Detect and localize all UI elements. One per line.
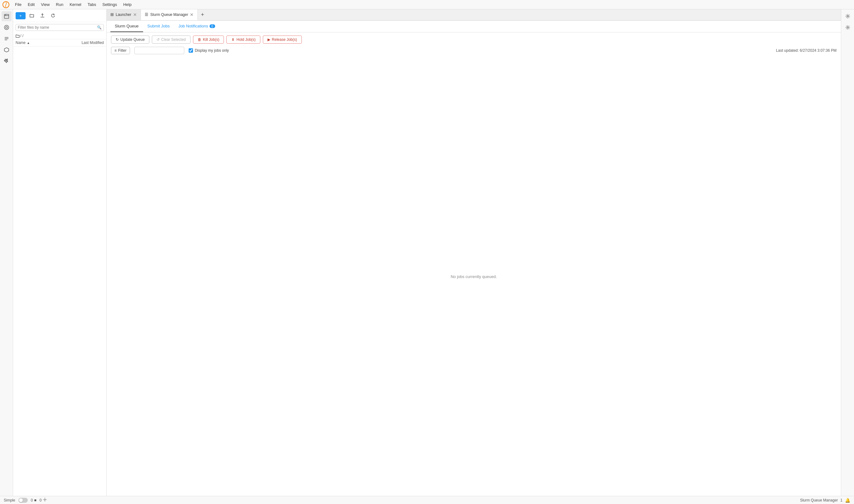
inner-tab-slurm-queue[interactable]: Slurm Queue: [110, 21, 143, 32]
sidebar-item-puzzle[interactable]: [2, 56, 12, 66]
tabs-area: ⊞ Launcher ✕ ☰ Slurm Queue Manager ✕ + S…: [107, 10, 841, 496]
filter-button[interactable]: ≡ Filter: [111, 47, 130, 54]
launcher-tab-close[interactable]: ✕: [133, 13, 137, 17]
search-input[interactable]: [18, 25, 97, 30]
svg-point-8: [847, 16, 848, 17]
filter-label: Filter: [118, 48, 127, 53]
launcher-tab-label: Launcher: [116, 13, 131, 17]
svg-point-3: [6, 26, 7, 29]
tab-bar: ⊞ Launcher ✕ ☰ Slurm Queue Manager ✕ +: [107, 10, 841, 21]
slurm-tab-icon: ☰: [145, 12, 148, 17]
file-list: [13, 47, 106, 496]
release-icon: ▶: [268, 37, 270, 42]
clear-selected-label: Clear Selected: [161, 37, 186, 42]
plus-icon: +: [19, 13, 22, 18]
launcher-tab-icon: ⊞: [110, 12, 114, 17]
kernel-info-2: 0: [40, 498, 48, 503]
display-my-jobs-checkbox[interactable]: [189, 48, 193, 53]
inner-tab-submit-jobs[interactable]: Submit Jobs: [143, 21, 174, 32]
release-jobs-label: Release Job(s): [272, 37, 297, 42]
menu-settings[interactable]: Settings: [100, 2, 120, 7]
inner-tab-job-notifications[interactable]: Job Notifications 0: [174, 21, 219, 32]
right-panel: [841, 10, 854, 496]
bell-icon[interactable]: 🔔: [845, 498, 850, 503]
kernel-icon-1: ■: [34, 498, 36, 502]
hold-icon: ⏸: [231, 37, 235, 42]
sidebar-item-running[interactable]: [2, 22, 12, 32]
toggle-knob: [19, 498, 23, 502]
kernel-info-1: 0 ■: [31, 498, 36, 502]
kill-jobs-button[interactable]: 🗑 Kill Job(s): [193, 36, 224, 43]
tab-slurm[interactable]: ☰ Slurm Queue Manager ✕: [141, 10, 198, 20]
app-logo: [2, 1, 10, 8]
kernel-count-2: 0: [40, 498, 42, 502]
search-box: 🔍: [16, 24, 104, 31]
hold-jobs-label: Hold Job(s): [236, 37, 255, 42]
slurm-status: Slurm Queue Manager 1 🔔: [800, 498, 850, 503]
queue-content: No jobs currently queued.: [107, 57, 841, 496]
menu-help[interactable]: Help: [121, 2, 134, 7]
sidebar-item-extensions[interactable]: [2, 45, 12, 55]
menu-file[interactable]: File: [13, 2, 24, 7]
svg-rect-1: [4, 14, 9, 18]
inner-tab-nav: Slurm Queue Submit Jobs Job Notification…: [107, 21, 841, 32]
update-queue-label: Update Queue: [120, 37, 145, 42]
display-my-jobs-label[interactable]: Display my jobs only: [189, 48, 229, 53]
filter-icon: ≡: [114, 48, 117, 53]
refresh-button[interactable]: [49, 11, 57, 20]
sidebar-icons: [0, 10, 13, 496]
breadcrumb: / /: [13, 33, 106, 39]
menu-view[interactable]: View: [38, 2, 52, 7]
folder-icon: [16, 34, 20, 38]
new-button[interactable]: + +: [16, 12, 25, 19]
kernel-icon-2: [43, 498, 47, 503]
slurm-tab-close[interactable]: ✕: [190, 13, 194, 17]
add-tab-button[interactable]: +: [198, 10, 207, 20]
hold-jobs-button[interactable]: ⏸ Hold Job(s): [226, 36, 260, 43]
queue-toolbar: ↻ Update Queue ↺ Clear Selected 🗑 Kill J…: [107, 32, 841, 47]
kill-icon: 🗑: [198, 37, 201, 42]
update-queue-button[interactable]: ↻ Update Queue: [111, 36, 149, 43]
notifications-badge: 0: [210, 24, 215, 28]
release-jobs-button[interactable]: ▶ Release Job(s): [263, 36, 302, 43]
menu-edit[interactable]: Edit: [25, 2, 37, 7]
slurm-count: 1: [840, 498, 842, 502]
menu-bar: File Edit View Run Kernel Tabs Settings …: [0, 0, 854, 10]
col-name-header[interactable]: Name ▲: [16, 40, 73, 45]
tab-launcher[interactable]: ⊞ Launcher ✕: [107, 10, 141, 20]
kernel-count-1: 0: [31, 498, 33, 502]
slurm-manager-status-label: Slurm Queue Manager: [800, 498, 838, 502]
kill-jobs-label: Kill Job(s): [203, 37, 219, 42]
toggle-container: [18, 498, 28, 503]
right-panel-build-icon[interactable]: [843, 22, 853, 32]
slurm-tab-label: Slurm Queue Manager: [150, 13, 188, 17]
sidebar-item-files[interactable]: [2, 11, 12, 21]
file-list-header: Name ▲ Last Modified: [13, 39, 106, 47]
right-panel-settings-icon[interactable]: [843, 11, 853, 21]
menu-run[interactable]: Run: [53, 2, 66, 7]
menu-tabs[interactable]: Tabs: [85, 2, 99, 7]
main-layout: + + 🔍: [0, 10, 854, 496]
empty-queue-message: No jobs currently queued.: [450, 274, 497, 279]
file-browser-toolbar: + +: [13, 10, 106, 22]
clear-selected-button[interactable]: ↺ Clear Selected: [152, 36, 191, 43]
simple-toggle[interactable]: [18, 498, 28, 503]
svg-point-10: [44, 499, 46, 500]
simple-label: Simple: [4, 498, 15, 502]
svg-marker-7: [4, 48, 9, 52]
sidebar-item-toc[interactable]: [2, 34, 12, 43]
open-from-path-button[interactable]: [28, 11, 36, 20]
col-modified-header[interactable]: Last Modified: [73, 40, 104, 45]
filter-input[interactable]: [135, 47, 184, 54]
display-my-jobs-text: Display my jobs only: [195, 48, 229, 53]
sort-asc-icon: ▲: [27, 41, 30, 44]
queue-filter-row: ≡ Filter Display my jobs only Last updat…: [107, 47, 841, 57]
clear-icon: ↺: [157, 37, 160, 42]
svg-point-9: [847, 27, 848, 29]
menu-kernel[interactable]: Kernel: [67, 2, 84, 7]
file-browser: + + 🔍: [13, 10, 107, 496]
upload-button[interactable]: [38, 11, 47, 20]
search-icon: 🔍: [97, 25, 102, 30]
update-icon: ↻: [116, 37, 119, 42]
last-updated: Last updated: 6/27/2024 3:07:36 PM: [776, 48, 837, 53]
